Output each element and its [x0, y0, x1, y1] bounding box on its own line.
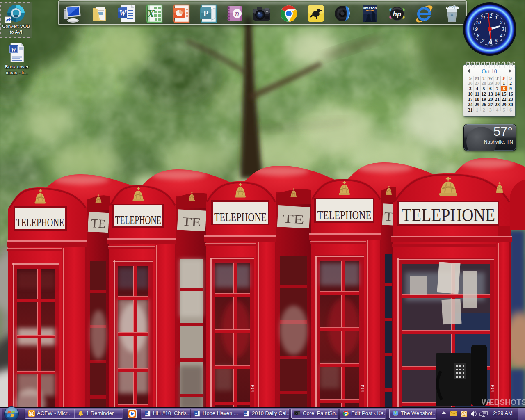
svg-text:8: 8 [477, 33, 480, 39]
svg-text:11: 11 [481, 15, 486, 21]
svg-text:TELEPHONE: TELEPHONE [16, 215, 64, 229]
svg-text:7: 7 [496, 86, 498, 91]
svg-text:21: 21 [495, 97, 500, 102]
svg-text:3: 3 [469, 86, 472, 91]
svg-text:11: 11 [475, 91, 479, 96]
svg-text:5: 5 [483, 86, 485, 91]
svg-text:W: W [195, 412, 198, 415]
svg-text:n: n [235, 9, 239, 18]
svg-text:20: 20 [488, 97, 493, 102]
svg-text:15: 15 [502, 91, 507, 96]
svg-text:TELEPHONE: TELEPHONE [402, 205, 495, 225]
svg-text:M: M [475, 75, 479, 80]
svg-text:3: 3 [489, 107, 492, 112]
svg-text:9: 9 [475, 26, 478, 32]
svg-text:26: 26 [468, 81, 473, 86]
svg-text:PUL: PUL [360, 385, 364, 394]
svg-text:14: 14 [495, 91, 500, 96]
svg-text:29: 29 [488, 81, 493, 86]
svg-text:T: T [496, 75, 499, 80]
svg-text:28: 28 [495, 102, 500, 107]
svg-text:16: 16 [508, 91, 513, 96]
svg-text:1: 1 [495, 15, 498, 21]
svg-text:6: 6 [489, 86, 492, 91]
svg-text:TE: TE [91, 216, 106, 231]
svg-text:17: 17 [468, 97, 473, 102]
svg-text:2: 2 [483, 107, 485, 112]
svg-text:26: 26 [482, 102, 486, 107]
svg-text:PUL: PUL [490, 385, 495, 394]
svg-text:13: 13 [488, 91, 493, 96]
svg-text:3: 3 [501, 26, 504, 32]
svg-text:9: 9 [509, 86, 512, 91]
svg-text:4: 4 [496, 107, 498, 112]
svg-text:P: P [203, 9, 208, 18]
svg-text:18: 18 [475, 97, 479, 102]
svg-text:WEBSHOTS: WEBSHOTS [482, 398, 525, 406]
svg-text:5: 5 [495, 38, 498, 43]
svg-text:S: S [469, 75, 472, 80]
svg-text:amazon: amazon [363, 6, 377, 10]
svg-text:F: F [502, 75, 505, 80]
svg-text:X: X [147, 8, 155, 20]
svg-text:6: 6 [509, 107, 512, 112]
svg-text:30: 30 [495, 81, 500, 86]
svg-text:31: 31 [468, 107, 473, 112]
svg-text:27: 27 [488, 102, 493, 107]
svg-text:5: 5 [503, 107, 505, 112]
svg-text:8: 8 [503, 86, 505, 91]
svg-text:2: 2 [509, 81, 512, 86]
svg-text:1: 1 [503, 81, 505, 86]
svg-text:23: 23 [508, 97, 513, 102]
svg-text:W: W [145, 412, 148, 415]
svg-text:29: 29 [502, 102, 507, 107]
svg-text:TE: TE [283, 212, 305, 226]
svg-text:4: 4 [476, 86, 478, 91]
svg-text:TELEPHONE: TELEPHONE [317, 208, 372, 221]
svg-text:PUL: PUL [250, 385, 255, 394]
svg-text:12: 12 [482, 91, 486, 96]
svg-text:7: 7 [482, 38, 485, 43]
svg-text:S: S [509, 75, 512, 80]
svg-text:T: T [482, 75, 486, 80]
svg-text:24: 24 [468, 102, 473, 107]
svg-text:W: W [244, 412, 247, 415]
svg-text:T: T [384, 209, 394, 223]
svg-text:TE: TE [182, 215, 201, 229]
svg-text:28: 28 [482, 81, 486, 86]
svg-text:19: 19 [482, 97, 486, 102]
svg-text:27: 27 [475, 81, 479, 86]
svg-text:22: 22 [502, 97, 507, 102]
svg-text:W: W [11, 47, 17, 53]
svg-text:W: W [119, 9, 127, 17]
svg-text:10: 10 [468, 91, 473, 96]
svg-text:TELEPHONE: TELEPHONE [115, 213, 162, 226]
svg-text:TELEPHONE: TELEPHONE [214, 210, 267, 224]
svg-text:4: 4 [500, 33, 502, 39]
svg-text:2: 2 [500, 20, 502, 25]
svg-text:hp: hp [393, 10, 402, 18]
svg-text:30: 30 [508, 102, 513, 107]
svg-text:W: W [488, 75, 493, 80]
svg-text:25: 25 [475, 102, 479, 107]
svg-text:12: 12 [487, 13, 493, 19]
svg-text:1: 1 [476, 107, 478, 112]
